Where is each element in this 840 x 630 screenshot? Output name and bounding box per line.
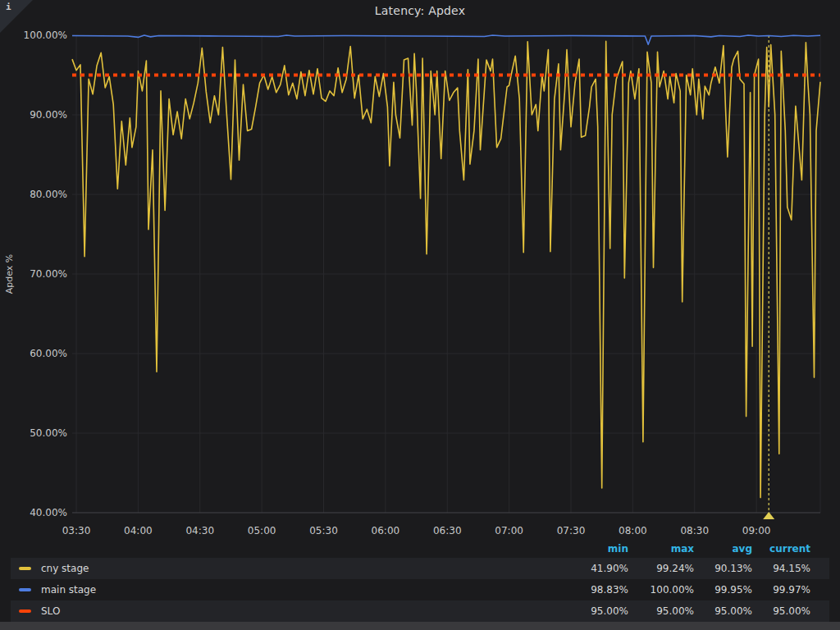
y-axis-tick-label: 60.00% xyxy=(30,348,67,359)
y-axis-tick-label: 40.00% xyxy=(30,507,67,518)
series-line-main-stage xyxy=(72,35,820,44)
graph-panel: i Latency: Apdex 100.00%90.00%80.00%70.0… xyxy=(0,0,840,630)
legend-header-row: minmaxavgcurrent xyxy=(11,540,829,558)
x-axis-tick-label: 08:00 xyxy=(619,525,647,536)
legend-value-current: 99.97% xyxy=(752,584,810,596)
series-color-swatch[interactable] xyxy=(19,588,31,591)
legend-sort-header-avg[interactable]: avg xyxy=(694,543,752,555)
x-axis-tick-label: 05:00 xyxy=(248,525,276,536)
legend-sort-header-max[interactable]: max xyxy=(628,543,694,555)
legend-value-avg: 95.00% xyxy=(694,605,752,617)
y-axis-title: Apdex % xyxy=(4,254,15,294)
legend-table: minmaxavgcurrentcny stage41.90%99.24%90.… xyxy=(0,540,840,622)
legend-sort-header-min[interactable]: min xyxy=(563,543,628,555)
legend-value-min: 98.83% xyxy=(563,584,628,596)
legend-value-max: 99.24% xyxy=(628,563,694,574)
y-axis-tick-label: 100.00% xyxy=(24,30,67,41)
y-axis-tick-label: 50.00% xyxy=(30,427,67,439)
x-axis-tick-label: 05:30 xyxy=(309,525,338,536)
legend-series-label[interactable]: cny stage xyxy=(41,563,563,574)
bottom-bar xyxy=(0,622,840,630)
x-axis-tick-label: 04:30 xyxy=(185,525,214,536)
legend-value-min: 95.00% xyxy=(563,605,628,617)
legend-value-max: 100.00% xyxy=(628,584,694,596)
legend-row-cny-stage: cny stage41.90%99.24%90.13%94.15% xyxy=(11,558,829,579)
legend-row-main-stage: main stage98.83%100.00%99.95%99.97% xyxy=(11,579,829,600)
legend-series-label[interactable]: SLO xyxy=(41,605,563,617)
x-axis-tick-label: 07:30 xyxy=(557,525,586,536)
chart-plot-area[interactable]: 100.00%90.00%80.00%70.00%60.00%50.00%40.… xyxy=(0,0,840,538)
legend-value-avg: 99.95% xyxy=(694,584,752,596)
legend-value-current: 95.00% xyxy=(752,605,810,617)
legend-value-avg: 90.13% xyxy=(694,563,752,574)
x-axis-tick-label: 06:00 xyxy=(372,525,400,536)
series-color-swatch[interactable] xyxy=(19,609,31,613)
x-axis-tick-label: 07:00 xyxy=(495,525,523,536)
legend-value-max: 95.00% xyxy=(628,605,694,617)
x-axis-tick-label: 08:30 xyxy=(680,525,709,536)
x-axis-tick-label: 03:30 xyxy=(62,525,91,536)
series-color-swatch[interactable] xyxy=(19,567,31,570)
series-line-cny-stage xyxy=(72,41,820,497)
legend-row-SLO: SLO95.00%95.00%95.00%95.00% xyxy=(11,600,829,622)
legend-value-min: 41.90% xyxy=(563,563,628,574)
y-axis-tick-label: 90.00% xyxy=(30,109,67,121)
x-axis-tick-label: 04:00 xyxy=(124,525,153,536)
legend-series-label[interactable]: main stage xyxy=(41,584,563,596)
y-axis-tick-label: 80.00% xyxy=(30,189,67,200)
x-axis-tick-label: 06:30 xyxy=(433,525,462,536)
x-axis-tick-label: 09:00 xyxy=(742,525,771,536)
y-axis-tick-label: 70.00% xyxy=(30,268,67,280)
legend-sort-header-current[interactable]: current xyxy=(752,543,810,555)
legend-value-current: 94.15% xyxy=(752,563,810,574)
